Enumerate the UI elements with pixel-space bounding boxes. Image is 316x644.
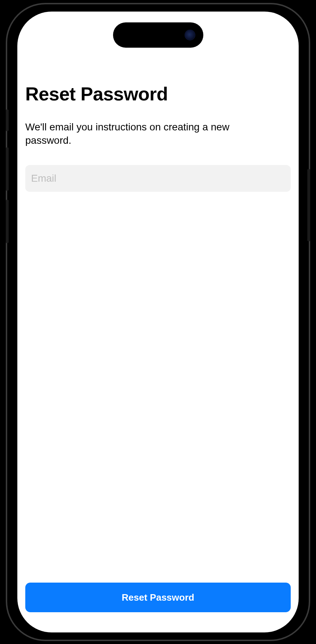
page-title: Reset Password — [25, 84, 291, 104]
dynamic-island — [113, 22, 203, 48]
device-frame: Reset Password We'll email you instructi… — [6, 3, 310, 641]
email-field[interactable] — [25, 165, 291, 192]
reset-password-button[interactable]: Reset Password — [25, 583, 291, 612]
page-subtitle: We'll email you instructions on creating… — [25, 121, 235, 147]
content-area: Reset Password We'll email you instructi… — [17, 12, 299, 632]
device-side-button — [6, 109, 9, 131]
flex-spacer — [25, 192, 291, 583]
screen: Reset Password We'll email you instructi… — [17, 12, 299, 632]
device-power-button — [307, 169, 310, 241]
camera-icon — [185, 30, 195, 40]
device-volume-down-button — [6, 200, 9, 243]
device-volume-up-button — [6, 147, 9, 191]
